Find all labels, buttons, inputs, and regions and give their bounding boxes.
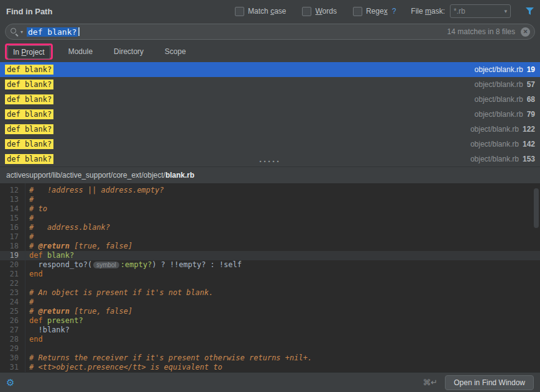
line-number: 15	[0, 214, 25, 223]
token-method: present?	[47, 316, 83, 325]
token-kw: end	[29, 270, 43, 278]
result-line-number: 142	[523, 140, 535, 148]
clear-search-icon[interactable]: ✕	[521, 27, 530, 37]
token-kw: end	[29, 335, 43, 344]
label-post: roject	[26, 48, 44, 57]
search-options: Match caseWordsRegex?	[235, 7, 396, 16]
option-regex[interactable]: Regex?	[353, 7, 396, 16]
result-line-number: 68	[527, 95, 535, 104]
checkbox-match-case[interactable]	[235, 7, 244, 16]
token-comment: #	[29, 195, 34, 204]
code-line: 14# to	[0, 204, 540, 214]
file-mask-label-mnemonic: m	[425, 7, 431, 16]
scope-tab-scope[interactable]: Scope	[159, 45, 191, 58]
token-method: blank?	[47, 251, 74, 260]
search-query[interactable]: def blank?	[27, 27, 80, 37]
token-plain: !blank?	[29, 326, 70, 334]
code-line: 12# !address || address.empty?	[0, 186, 540, 195]
result-file: object/blank.rb	[470, 125, 519, 134]
label-mnemonic: W	[315, 7, 322, 16]
line-number: 30	[0, 353, 25, 363]
token-hint: symbol	[93, 262, 119, 268]
result-file: object/blank.rb	[475, 95, 523, 104]
preview-path-prefix: activesupport/lib/active_support/core_ex…	[6, 171, 165, 180]
preview-path-bar: ····· activesupport/lib/active_support/c…	[0, 166, 540, 183]
option-words[interactable]: Words	[302, 7, 336, 16]
scope-tab-module[interactable]: Module	[63, 45, 98, 58]
code-text: end	[25, 270, 43, 279]
search-query-text[interactable]: def blank?	[27, 27, 78, 37]
result-location: object/blank.rb122	[470, 125, 535, 134]
match-text: def blank?	[5, 124, 53, 134]
file-mask-value: *.rb	[454, 7, 465, 16]
checkbox-regex[interactable]	[353, 7, 362, 16]
token-plain	[43, 316, 47, 325]
result-row[interactable]: def blank?object/blank.rb57	[0, 77, 540, 92]
result-line-number: 19	[527, 65, 535, 74]
result-file: object/blank.rb	[470, 140, 519, 148]
scope-tab-directory[interactable]: Directory	[108, 45, 149, 58]
result-row[interactable]: def blank?object/blank.rb19	[0, 62, 540, 77]
match-count: 14 matches in 8 files	[447, 27, 519, 36]
result-row[interactable]: def blank?object/blank.rb68	[0, 92, 540, 107]
file-mask-label-pre: File	[411, 7, 425, 16]
line-number: 24	[0, 298, 25, 307]
option-label: Words	[315, 7, 336, 16]
editor-code[interactable]: 12# !address || address.empty?13#14# to1…	[0, 183, 540, 372]
file-mask-combo[interactable]: *.rb ▾	[450, 4, 511, 18]
checkbox-words[interactable]	[302, 7, 311, 16]
code-text: # to	[25, 204, 47, 214]
line-number: 18	[0, 242, 25, 251]
code-text: # @return [true, false]	[25, 242, 132, 251]
match-text: def blank?	[5, 109, 53, 119]
line-number: 17	[0, 232, 25, 242]
line-number: 23	[0, 288, 25, 298]
code-text: # !address || address.empty?	[25, 186, 164, 195]
result-location: object/blank.rb57	[475, 80, 535, 89]
token-comment: # !address || address.empty?	[29, 186, 164, 194]
result-row[interactable]: def blank?object/blank.rb122	[0, 122, 540, 137]
open-in-find-window-button[interactable]: Open in Find Window	[445, 375, 534, 390]
token-plain	[43, 251, 47, 260]
result-row[interactable]: def blank?object/blank.rb79	[0, 107, 540, 122]
code-line: 21end	[0, 270, 540, 279]
token-symbol: :empty?	[121, 260, 152, 269]
line-number: 20	[0, 260, 25, 270]
scope-tab-in-project[interactable]: In Project	[7, 45, 50, 59]
result-location: object/blank.rb68	[475, 95, 535, 104]
code-text: def blank?	[25, 251, 74, 260]
token-doctag: @return	[38, 307, 70, 316]
token-plain: ) ? !!empty? : !self	[152, 260, 242, 269]
line-number: 27	[0, 326, 25, 335]
token-comment: #	[29, 298, 34, 306]
result-row[interactable]: def blank?object/blank.rb142	[0, 137, 540, 152]
option-match-case[interactable]: Match case	[235, 7, 286, 16]
regex-help-link[interactable]: ?	[392, 7, 396, 16]
code-line: 27 !blank?	[0, 326, 540, 335]
shortcut-hint: ⌘↵	[423, 378, 437, 387]
token-doctag: @return	[38, 242, 70, 250]
token-comment: #	[29, 214, 34, 222]
code-line: 30# Returns the receiver if it's present…	[0, 353, 540, 363]
code-text: #	[25, 195, 34, 204]
line-number: 22	[0, 279, 25, 288]
line-number: 28	[0, 335, 25, 344]
filter-icon[interactable]	[526, 7, 534, 15]
line-number: 16	[0, 223, 25, 232]
label-pre: Match	[248, 7, 270, 16]
file-mask-group: File mask: *.rb ▾	[411, 4, 511, 18]
find-in-path-dialog: { "header": { "title": "Find in Path", "…	[0, 0, 540, 392]
label-post: ords	[323, 7, 337, 16]
search-history-chevron-icon[interactable]: ▾	[21, 29, 23, 35]
code-text: #	[25, 232, 34, 242]
splitter-handle-icon[interactable]: ·····	[259, 158, 281, 165]
annotation-highlight: In Project	[5, 43, 53, 60]
gear-icon[interactable]: ⚙	[6, 377, 14, 388]
code-text: def present?	[25, 316, 83, 326]
search-field[interactable]: ▾ def blank? 14 matches in 8 files ✕	[5, 24, 535, 40]
code-line: 28end	[0, 335, 540, 344]
line-number: 26	[0, 316, 25, 326]
search-icon	[10, 27, 19, 36]
line-number: 19	[0, 251, 25, 260]
scope-tabs: In ProjectModuleDirectoryScope	[0, 41, 540, 62]
